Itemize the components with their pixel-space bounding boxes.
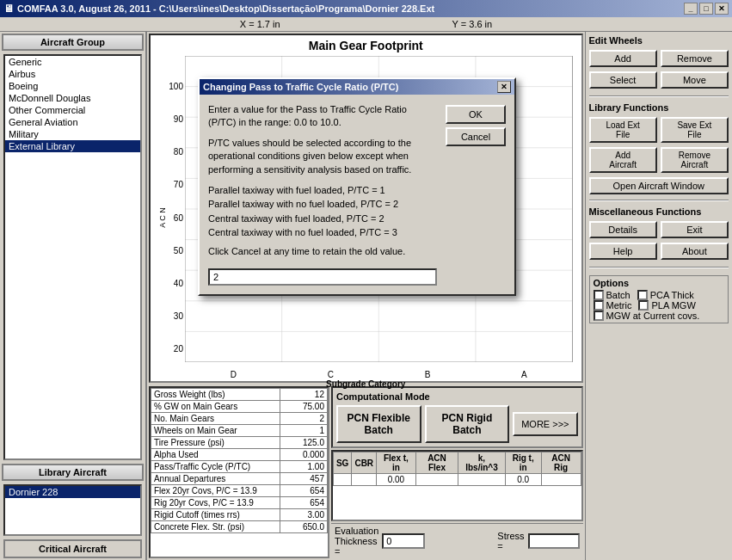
modal-cancel-button[interactable]: Cancel	[446, 127, 506, 146]
modal-buttons: OK Cancel	[446, 105, 506, 146]
modal-ok-button[interactable]: OK	[446, 105, 506, 124]
info-item-2: Parallel taxiway with no fuel loaded, P/…	[208, 197, 437, 212]
modal-close-button[interactable]: ✕	[497, 81, 511, 93]
modal-info-list: Parallel taxiway with fuel loaded, P/TC …	[208, 183, 437, 240]
modal-text-1: Enter a value for the Pass to Traffic Cy…	[208, 103, 437, 130]
modal-dialog: Changing Pass to Traffic Cycle Ratio (P/…	[198, 77, 516, 296]
modal-title-bar: Changing Pass to Traffic Cycle Ratio (P/…	[200, 79, 514, 95]
modal-input[interactable]	[208, 268, 437, 286]
info-item-4: Central taxiway with no fuel loaded, P/T…	[208, 225, 437, 240]
modal-overlay: Changing Pass to Traffic Cycle Ratio (P/…	[0, 0, 732, 560]
info-item-3: Central taxiway with fuel loaded, P/TC =…	[208, 212, 437, 226]
modal-title: Changing Pass to Traffic Cycle Ratio (P/…	[203, 82, 398, 92]
modal-text-2: P/TC values should be selected according…	[208, 137, 437, 176]
modal-cancel-note: Click Cancel at any time to retain the o…	[208, 245, 437, 258]
modal-content: Enter a value for the Pass to Traffic Cy…	[200, 95, 514, 294]
info-item-1: Parallel taxiway with fuel loaded, P/TC …	[208, 183, 437, 198]
